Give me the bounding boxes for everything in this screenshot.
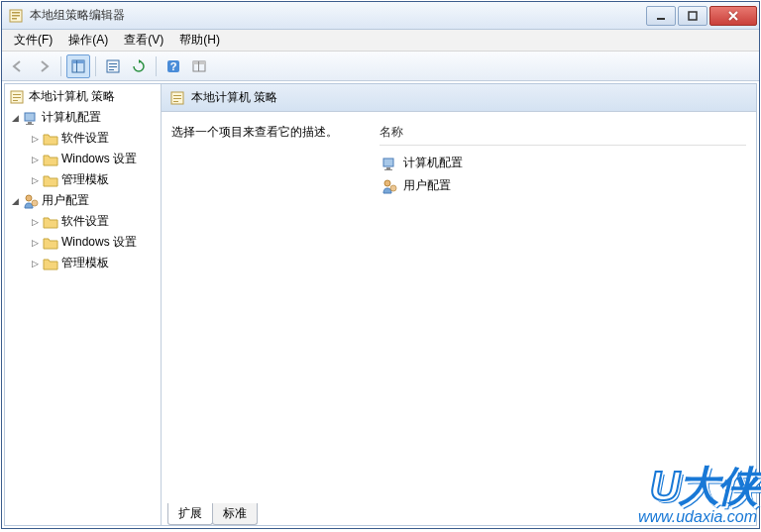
tree-node-software-settings[interactable]: ▷ 软件设置 [21, 128, 161, 149]
show-hide-button[interactable] [187, 54, 211, 78]
tree-root[interactable]: 本地计算机 策略 [5, 86, 161, 107]
properties-button[interactable] [101, 54, 125, 78]
folder-icon [43, 235, 58, 251]
toolbar: ? [2, 52, 759, 81]
back-button[interactable] [6, 54, 30, 78]
tab-strip: 扩展 标准 [162, 503, 756, 525]
svg-rect-12 [109, 69, 114, 70]
details-title: 本地计算机 策略 [191, 89, 277, 106]
tree-node-admin-templates[interactable]: ▷ 管理模板 [21, 169, 161, 190]
refresh-button[interactable] [127, 54, 151, 78]
tree-node-label: Windows 设置 [61, 151, 137, 167]
maximize-button[interactable] [678, 6, 707, 26]
tree-node-software-settings[interactable]: ▷ 软件设置 [21, 211, 161, 232]
svg-rect-32 [386, 167, 390, 169]
svg-point-26 [32, 200, 38, 206]
window-title: 本地组策略编辑器 [30, 7, 646, 24]
svg-text:?: ? [170, 60, 177, 72]
tree-node-user-config[interactable]: ◢ 用户配置 [5, 190, 161, 211]
details-pane: 本地计算机 策略 选择一个项目来查看它的描述。 名称 计算机配置 用户配置 [162, 84, 756, 525]
menu-file[interactable]: 文件(F) [6, 30, 60, 51]
description-prompt: 选择一个项目来查看它的描述。 [171, 124, 360, 141]
list-item[interactable]: 用户配置 [380, 174, 746, 197]
folder-icon [43, 172, 58, 188]
help-button[interactable]: ? [162, 54, 185, 78]
expand-icon[interactable]: ▷ [31, 175, 40, 184]
folder-icon [43, 152, 58, 167]
list-item[interactable]: 计算机配置 [380, 152, 746, 174]
expand-icon[interactable]: ▷ [31, 155, 40, 163]
tree-node-admin-templates[interactable]: ▷ 管理模板 [21, 253, 161, 273]
tree-node-computer-config[interactable]: ◢ 计算机配置 [5, 107, 161, 128]
list-item-label: 用户配置 [403, 177, 451, 194]
svg-rect-33 [384, 169, 392, 170]
tree-root-label: 本地计算机 策略 [29, 88, 115, 105]
svg-rect-3 [12, 18, 17, 20]
tree-pane: 本地计算机 策略 ◢ 计算机配置 ▷ 软件设置 ▷ Windows 设置 [5, 84, 162, 525]
tree-node-windows-settings[interactable]: ▷ Windows 设置 [21, 232, 161, 253]
expand-icon[interactable]: ▷ [31, 134, 40, 143]
forward-button[interactable] [32, 54, 55, 78]
tree-node-label: 软件设置 [61, 130, 109, 147]
tree-node-label: 管理模板 [61, 171, 109, 188]
menubar: 文件(F) 操作(A) 查看(V) 帮助(H) [2, 30, 759, 52]
collapse-icon[interactable]: ◢ [11, 196, 20, 205]
toolbar-separator [60, 56, 61, 76]
user-icon [23, 193, 39, 209]
description-column: 选择一个项目来查看它的描述。 [171, 124, 360, 499]
close-button[interactable] [709, 6, 757, 26]
svg-rect-4 [657, 18, 665, 20]
svg-rect-22 [25, 113, 35, 121]
svg-rect-1 [12, 12, 20, 14]
svg-rect-20 [13, 97, 21, 98]
svg-rect-2 [12, 15, 20, 17]
titlebar: 本地组策略编辑器 [2, 2, 759, 30]
tree-node-label: Windows 设置 [61, 234, 137, 251]
tree-node-label: 软件设置 [61, 213, 109, 230]
svg-rect-10 [109, 63, 117, 64]
app-icon [8, 8, 24, 24]
collapse-icon[interactable]: ◢ [11, 113, 20, 122]
expand-icon[interactable]: ▷ [31, 259, 40, 267]
svg-rect-23 [28, 122, 32, 124]
svg-rect-5 [689, 12, 697, 20]
folder-icon [43, 214, 58, 230]
svg-rect-29 [173, 98, 181, 99]
svg-rect-31 [383, 159, 393, 166]
svg-rect-8 [76, 60, 77, 72]
tree-node-label: 计算机配置 [42, 109, 101, 126]
folder-icon [43, 131, 58, 147]
expand-icon[interactable]: ▷ [31, 238, 40, 247]
document-icon [169, 90, 185, 106]
menu-help[interactable]: 帮助(H) [171, 30, 228, 51]
user-icon [381, 178, 397, 194]
svg-rect-7 [72, 60, 84, 63]
folder-icon [43, 256, 58, 271]
tree-node-label: 管理模板 [61, 255, 109, 271]
name-column-header[interactable]: 名称 [380, 124, 746, 146]
menu-view[interactable]: 查看(V) [116, 30, 171, 51]
svg-rect-21 [13, 100, 18, 101]
tree-node-label: 用户配置 [42, 192, 89, 209]
svg-rect-11 [109, 66, 117, 67]
tab-standard[interactable]: 标准 [212, 503, 258, 525]
tree-node-windows-settings[interactable]: ▷ Windows 设置 [21, 149, 161, 169]
tab-extended[interactable]: 扩展 [167, 503, 213, 525]
menu-action[interactable]: 操作(A) [60, 30, 116, 51]
svg-rect-28 [173, 95, 181, 96]
up-button[interactable] [66, 54, 90, 78]
details-header: 本地计算机 策略 [162, 84, 756, 112]
expand-icon[interactable]: ▷ [31, 217, 40, 226]
computer-icon [381, 156, 397, 171]
svg-rect-24 [26, 124, 34, 125]
svg-point-25 [26, 195, 32, 201]
computer-icon [23, 110, 39, 126]
svg-point-35 [390, 185, 396, 191]
svg-point-34 [384, 180, 390, 186]
list-item-label: 计算机配置 [403, 155, 463, 171]
toolbar-separator [95, 56, 96, 76]
minimize-button[interactable] [646, 6, 676, 26]
svg-rect-19 [13, 94, 21, 95]
item-list-column: 名称 计算机配置 用户配置 [380, 124, 746, 499]
svg-rect-30 [173, 101, 178, 102]
